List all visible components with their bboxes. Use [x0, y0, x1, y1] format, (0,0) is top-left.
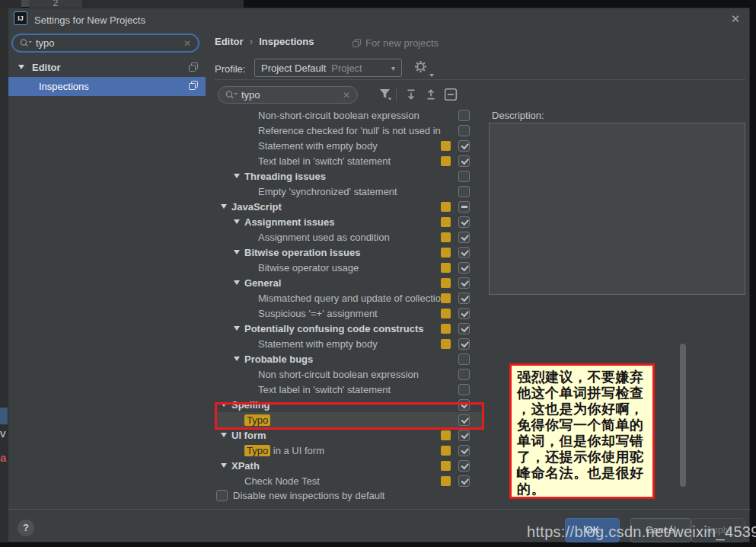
severity-swatch[interactable]: [441, 461, 451, 471]
inspection-row[interactable]: Mismatched query and update of collectio…: [215, 290, 483, 305]
inspection-checkbox[interactable]: [458, 445, 470, 456]
collapse-all-button[interactable]: [424, 88, 438, 101]
inspection-row[interactable]: Potentially confusing code constructs: [215, 321, 483, 336]
inspection-row[interactable]: Empty 'synchronized' statement: [215, 184, 483, 199]
expander-icon[interactable]: [234, 250, 240, 254]
expander-icon[interactable]: [221, 433, 227, 437]
help-button[interactable]: ?: [18, 520, 34, 536]
chevron-down-icon[interactable]: [18, 65, 24, 69]
inspection-checkbox[interactable]: [458, 475, 470, 487]
inspection-checkbox[interactable]: [458, 140, 470, 152]
severity-swatch[interactable]: [441, 324, 451, 334]
inspection-checkbox[interactable]: [458, 155, 470, 167]
expander-icon[interactable]: [221, 204, 227, 209]
inspection-checkbox[interactable]: [458, 171, 470, 182]
inspection-checkbox[interactable]: [458, 110, 470, 121]
severity-swatch[interactable]: [441, 156, 451, 166]
copy-settings-icon[interactable]: [189, 62, 199, 72]
inspection-checkbox[interactable]: [458, 201, 470, 213]
breadcrumb-editor[interactable]: Editor: [215, 36, 244, 47]
severity-swatch[interactable]: [441, 278, 451, 288]
expander-icon[interactable]: [234, 219, 240, 224]
inspection-checkbox[interactable]: [458, 384, 470, 395]
inspection-checkbox[interactable]: [458, 353, 470, 365]
settings-search-field[interactable]: ✕: [11, 34, 199, 53]
inspections-search-field[interactable]: ✕: [218, 86, 358, 104]
inspection-checkbox[interactable]: [458, 430, 470, 441]
severity-swatch[interactable]: [441, 202, 451, 212]
inspection-checkbox[interactable]: [458, 262, 470, 274]
severity-swatch[interactable]: [441, 293, 451, 303]
inspection-row[interactable]: Bitwise operation issues: [215, 245, 483, 260]
inspection-checkbox[interactable]: [458, 277, 470, 289]
profile-actions-button[interactable]: [414, 60, 432, 75]
inspection-checkbox[interactable]: [458, 308, 470, 319]
severity-swatch[interactable]: [441, 217, 451, 227]
inspection-row[interactable]: Probable bugs: [215, 351, 483, 366]
clear-search-icon[interactable]: ✕: [340, 90, 357, 101]
inspection-checkbox[interactable]: [458, 125, 470, 136]
severity-swatch[interactable]: [441, 430, 451, 440]
inspection-row[interactable]: UI form: [215, 427, 483, 443]
inspection-checkbox[interactable]: [458, 186, 470, 197]
inspection-checkbox[interactable]: [458, 293, 470, 304]
inspection-checkbox[interactable]: [458, 232, 470, 243]
inspection-checkbox[interactable]: [458, 323, 470, 334]
inspection-row[interactable]: Typo in a UI form: [215, 443, 483, 458]
inspection-row[interactable]: Check Node Test: [215, 473, 483, 488]
profile-dropdown[interactable]: Project Default Project ▾: [254, 59, 402, 77]
inspection-checkbox[interactable]: [458, 216, 470, 228]
inspection-row[interactable]: Suspicious '=+' assignment: [215, 305, 483, 321]
inspection-checkbox[interactable]: [458, 338, 470, 350]
expand-all-button[interactable]: [404, 88, 418, 101]
inspection-row[interactable]: Non short-circuit boolean expression: [215, 366, 483, 382]
inspection-row[interactable]: General: [215, 275, 483, 290]
inspection-row[interactable]: Statement with empty body: [215, 336, 483, 351]
profile-scope: Project: [331, 62, 362, 74]
inspection-row[interactable]: Assignment used as condition: [215, 229, 483, 245]
toolbar-divider: [396, 88, 397, 101]
severity-swatch[interactable]: [441, 446, 451, 456]
severity-swatch[interactable]: [441, 309, 451, 318]
inspection-row[interactable]: Bitwise operator usage: [215, 260, 483, 275]
inspection-row[interactable]: XPath: [215, 458, 483, 473]
expander-icon[interactable]: [234, 280, 240, 285]
inspection-checkbox[interactable]: [458, 369, 470, 380]
expander-icon[interactable]: [221, 463, 227, 468]
reset-filter-button[interactable]: [444, 88, 458, 101]
disable-new-inspections-option[interactable]: Disable new inspections by default: [216, 490, 384, 501]
inspection-row[interactable]: Non-short-circuit boolean expression: [215, 107, 483, 123]
filter-button[interactable]: [378, 88, 392, 101]
inspection-row[interactable]: Text label in 'switch' statement: [215, 153, 483, 168]
inspection-label: Bitwise operation issues: [244, 247, 443, 258]
background-bottom-strip: [0, 542, 756, 547]
severity-swatch[interactable]: [441, 263, 451, 273]
severity-swatch[interactable]: [441, 141, 451, 151]
sidebar-item-editor[interactable]: Editor: [8, 59, 206, 75]
inspection-row[interactable]: Text label in 'switch' statement: [215, 382, 483, 397]
search-input[interactable]: [36, 37, 180, 49]
annotation-highlight-rectangle: [215, 402, 484, 430]
severity-swatch[interactable]: [441, 232, 451, 242]
close-icon[interactable]: ✕: [728, 11, 743, 27]
inspection-checkbox[interactable]: [458, 460, 470, 472]
severity-swatch[interactable]: [441, 248, 451, 258]
severity-swatch[interactable]: [441, 476, 451, 486]
inspection-row[interactable]: Reference checked for 'null' is not used…: [215, 123, 483, 138]
disable-checkbox[interactable]: [216, 490, 228, 501]
copy-settings-icon[interactable]: [189, 81, 199, 91]
severity-swatch[interactable]: [441, 339, 451, 349]
expander-icon[interactable]: [234, 326, 240, 331]
clear-search-icon[interactable]: ✕: [180, 38, 198, 49]
inspection-row[interactable]: Threading issues: [215, 168, 483, 184]
inspection-row[interactable]: JavaScript: [215, 199, 483, 214]
sidebar-item-inspections[interactable]: Inspections: [8, 77, 206, 96]
inspection-checkbox[interactable]: [458, 247, 470, 258]
expander-icon[interactable]: [234, 174, 240, 178]
inspections-search-input[interactable]: [241, 89, 340, 101]
inspection-row[interactable]: Statement with empty body: [215, 138, 483, 153]
inspection-row[interactable]: Assignment issues: [215, 214, 483, 229]
expander-icon[interactable]: [234, 357, 240, 361]
tree-scrollbar[interactable]: [680, 344, 686, 487]
breadcrumb-inspections[interactable]: Inspections: [259, 36, 314, 47]
